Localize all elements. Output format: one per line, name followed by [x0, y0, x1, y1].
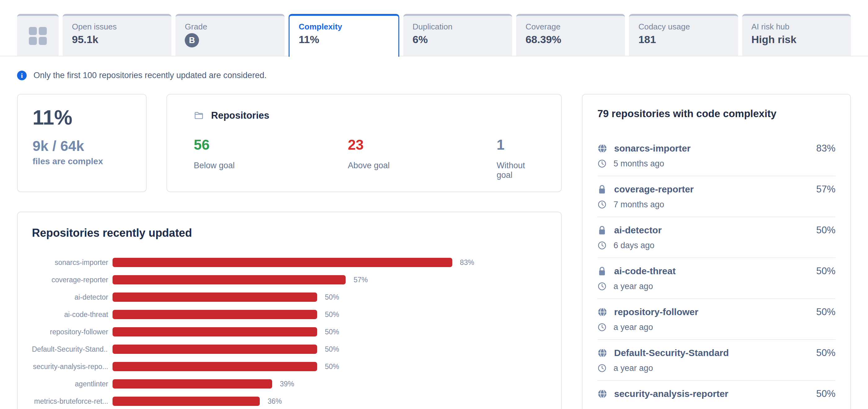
bar-row: sonarcs-importer 83%: [32, 254, 547, 271]
tab-complexity[interactable]: Complexity 11%: [289, 14, 399, 57]
repo-list-item: ai-detector 50% 6 days ago: [597, 217, 835, 258]
repo-updated-time: 5 months ago: [614, 159, 664, 168]
lock-icon: [597, 184, 607, 194]
bar: [113, 362, 317, 371]
repo-updated-time: a year ago: [614, 322, 653, 332]
repo-name-link[interactable]: security-analysis-reporter: [614, 388, 728, 399]
bar: [113, 258, 452, 267]
stat-below-goal: 56 Below goal: [194, 137, 348, 180]
bar: [113, 397, 260, 406]
bar-category-label: coverage-reporter: [32, 276, 108, 284]
repo-complexity-percent: 50%: [816, 265, 835, 277]
repo-name-link[interactable]: sonarcs-importer: [614, 143, 691, 154]
tab-overview[interactable]: [17, 14, 59, 56]
repositories-goal-card: Repositories 56 Below goal 23 Above goal…: [166, 94, 562, 192]
stat-above-goal: 23 Above goal: [348, 137, 497, 180]
bar-value-label: 36%: [268, 397, 282, 406]
tab-label: Complexity: [299, 22, 389, 31]
bar-chart: sonarcs-importer 83% coverage-reporter 5…: [32, 254, 547, 409]
above-goal-label: Above goal: [348, 161, 497, 170]
repo-complexity-percent: 50%: [816, 307, 835, 318]
bar-row: agentlinter 39%: [32, 375, 547, 392]
repo-list: sonarcs-importer 83% 5 months ago: [597, 135, 835, 409]
below-goal-value: 56: [194, 137, 348, 153]
tab-label: AI risk hub: [751, 22, 842, 31]
repo-complexity-percent: 50%: [816, 225, 835, 236]
tab-grade[interactable]: Grade B: [176, 14, 284, 56]
clock-icon: [597, 200, 607, 209]
repo-updated-time: a year ago: [614, 282, 653, 291]
without-goal-value: 1: [497, 137, 534, 153]
tab-ai-risk-hub[interactable]: AI risk hub High risk: [742, 14, 851, 56]
bar: [113, 345, 317, 354]
repo-updated-time: 7 months ago: [614, 200, 664, 210]
tab-value: 95.1k: [72, 33, 162, 45]
bar-row: ai-code-threat 50%: [32, 306, 547, 323]
complexity-dashboard: Open issues 95.1k Grade B Complexity 11%…: [0, 0, 868, 409]
bar-value-label: 50%: [325, 311, 339, 319]
repo-complexity-percent: 57%: [816, 184, 835, 195]
repo-name-link[interactable]: ai-code-threat: [614, 266, 676, 276]
bar-category-label: ai-detector: [32, 293, 108, 302]
bar-row: coverage-reporter 57%: [32, 271, 547, 288]
tab-label: Duplication: [413, 22, 503, 31]
complexity-list-title: 79 repositories with code complexity: [597, 107, 835, 120]
repo-complexity-percent: 83%: [816, 143, 835, 154]
clock-icon: [597, 364, 607, 373]
complex-files-ratio: 9k / 64k: [33, 138, 131, 154]
clock-icon: [597, 159, 607, 168]
tab-codacy-usage[interactable]: Codacy usage 181: [629, 14, 738, 56]
tab-value: B: [185, 33, 275, 48]
bar-category-label: security-analysis-repo...: [32, 363, 108, 371]
bar-category-label: ai-code-threat: [32, 311, 108, 319]
bar-category-label: agentlinter: [32, 380, 108, 388]
clock-icon: [597, 322, 607, 332]
tab-label: Grade: [185, 22, 275, 31]
repo-list-item: ai-code-threat 50% a year ago: [597, 258, 835, 299]
repo-name-link[interactable]: coverage-reporter: [614, 184, 694, 195]
bar-value-label: 57%: [353, 276, 368, 284]
bar-row: Default-Security-Stand... 50%: [32, 341, 547, 358]
complex-files-caption: files are complex: [33, 156, 131, 166]
tab-value: High risk: [751, 33, 842, 45]
tab-open-issues[interactable]: Open issues 95.1k: [63, 14, 172, 56]
bar-row: metrics-bruteforce-ret... 36%: [32, 392, 547, 409]
tab-label: Open issues: [72, 22, 162, 31]
repo-list-item: security-analysis-reporter 50%: [597, 381, 835, 409]
recently-updated-chart-card: Repositories recently updated sonarcs-im…: [17, 212, 562, 409]
lock-icon: [597, 225, 607, 235]
clock-icon: [597, 282, 607, 291]
bar-row: ai-detector 50%: [32, 288, 547, 306]
globe-icon: [597, 348, 607, 358]
tab-value: 6%: [413, 33, 503, 45]
complexity-percent: 11%: [33, 106, 131, 129]
tab-value: 181: [638, 33, 728, 45]
tab-coverage[interactable]: Coverage 68.39%: [516, 14, 625, 56]
bar-category-label: repository-follower: [32, 328, 108, 336]
repo-list-item: coverage-reporter 57% 7 months ago: [597, 176, 835, 217]
bar-category-label: Default-Security-Stand...: [32, 345, 108, 353]
chart-title: Repositories recently updated: [32, 226, 547, 240]
bar: [113, 275, 346, 284]
repo-list-item: sonarcs-importer 83% 5 months ago: [597, 135, 835, 176]
repo-name-link[interactable]: ai-detector: [614, 225, 661, 235]
metric-tabs-bar: Open issues 95.1k Grade B Complexity 11%…: [0, 0, 868, 57]
tab-value: 11%: [299, 33, 389, 45]
repo-name-link[interactable]: repository-follower: [614, 307, 699, 317]
bar-category-label: metrics-bruteforce-ret...: [32, 397, 108, 406]
repo-list-item: repository-follower 50% a year ago: [597, 299, 835, 340]
bar: [113, 327, 317, 337]
tab-duplication[interactable]: Duplication 6%: [403, 14, 512, 56]
grade-badge: B: [185, 33, 199, 48]
repo-name-link[interactable]: Default-Security-Standard: [614, 348, 729, 358]
info-banner-text: Only the first 100 repositories recently…: [33, 71, 267, 80]
grid-icon: [29, 27, 47, 45]
globe-icon: [597, 144, 607, 153]
bar-value-label: 50%: [325, 345, 339, 353]
bar-value-label: 50%: [325, 328, 339, 336]
bar: [113, 379, 272, 388]
bar-value-label: 50%: [325, 293, 339, 302]
bar: [113, 292, 317, 302]
repositories-complexity-card: 79 repositories with code complexity: [582, 94, 851, 409]
tab-label: Coverage: [525, 22, 616, 31]
